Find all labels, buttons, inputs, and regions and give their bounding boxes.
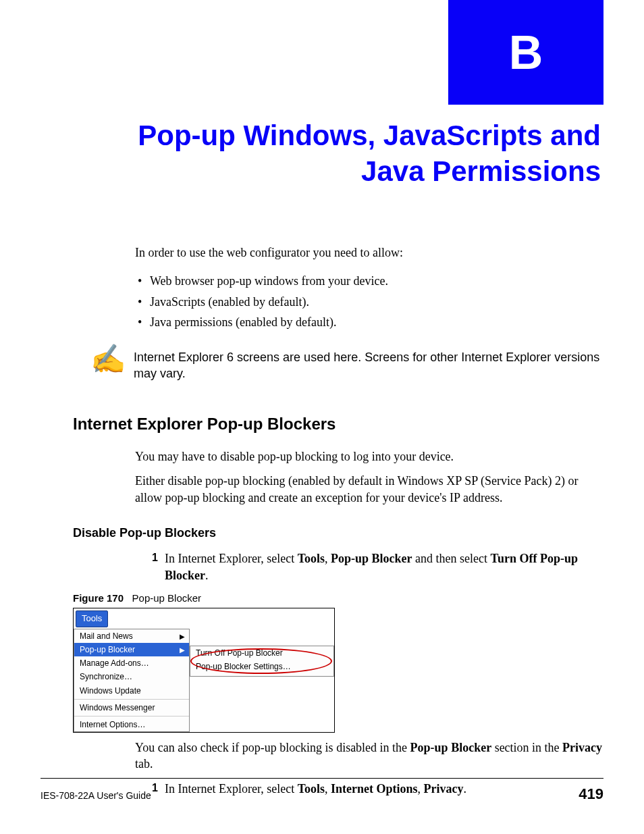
text-fragment: tab. — [135, 757, 153, 771]
figure-caption: Figure 170 Pop-up Blocker — [73, 592, 603, 605]
bold-text: Privacy — [562, 741, 602, 754]
submenu-arrow-icon: ▶ — [180, 646, 185, 655]
intro-paragraph: In order to use the web configurator you… — [135, 244, 603, 261]
menu-item-popup-blocker[interactable]: Pop-up Blocker▶ — [74, 643, 189, 656]
note-text: Internet Explorer 6 screens are used her… — [134, 349, 603, 382]
step-text-fragment: In Internet Explorer, select — [165, 552, 298, 565]
tools-dropdown-menu: Mail and News▶ Pop-up Blocker▶ Manage Ad… — [74, 629, 190, 732]
section-paragraph: Either disable pop-up blocking (enabled … — [135, 473, 603, 506]
bold-text: Pop-up Blocker — [331, 552, 412, 565]
section-heading: Internet Explorer Pop-up Blockers — [73, 413, 603, 435]
page-footer: IES-708-22A User's Guide 419 — [41, 778, 603, 803]
menu-item-label: Pop-up Blocker — [80, 645, 135, 654]
submenu-arrow-icon: ▶ — [180, 632, 185, 642]
step-text-fragment: , — [325, 552, 331, 565]
figure-label: Figure 170 — [73, 592, 124, 604]
step-number: 1 — [149, 550, 158, 583]
body-content: In order to use the web configurator you… — [135, 244, 603, 805]
bold-text: Pop-up Blocker — [410, 741, 492, 754]
subsection-heading: Disable Pop-up Blockers — [73, 525, 603, 541]
popup-blocker-submenu: Turn Off Pop-up Blocker Pop-up Blocker S… — [190, 646, 334, 677]
page-title: Pop-up Windows, JavaScripts and Java Per… — [68, 118, 601, 189]
bullet-item: Java permissions (enabled by default). — [150, 314, 603, 330]
page-number: 419 — [579, 785, 603, 803]
text-fragment: section in the — [491, 741, 562, 754]
figure-title: Pop-up Blocker — [132, 592, 202, 604]
note-icon: ✍ — [90, 349, 124, 369]
tools-menu-button[interactable]: Tools — [76, 610, 108, 627]
step-row: 1 In Internet Explorer, select Tools, Po… — [149, 550, 603, 583]
menu-item-mail-news[interactable]: Mail and News▶ — [74, 629, 189, 643]
submenu-item-turn-off[interactable]: Turn Off Pop-up Blocker — [190, 646, 333, 660]
note-block: ✍ Internet Explorer 6 screens are used h… — [90, 349, 603, 382]
footer-doc-title: IES-708-22A User's Guide — [41, 790, 151, 801]
submenu-item-settings[interactable]: Pop-up Blocker Settings… — [190, 660, 333, 673]
step-text-fragment: . — [205, 569, 209, 582]
chapter-letter: B — [509, 26, 543, 80]
section-paragraph: You may have to disable pop-up blocking … — [135, 448, 603, 465]
bullet-list: Web browser pop-up windows from your dev… — [135, 273, 603, 330]
menu-item-internet-options[interactable]: Internet Options… — [74, 718, 189, 731]
chapter-tab: B — [448, 0, 603, 105]
bullet-item: Web browser pop-up windows from your dev… — [150, 273, 603, 289]
menu-separator — [74, 716, 189, 716]
after-figure-paragraph: You can also check if pop-up blocking is… — [135, 739, 603, 773]
bullet-item: JavaScripts (enabled by default). — [150, 294, 603, 310]
menu-item-label: Mail and News — [80, 631, 133, 641]
menu-separator — [74, 699, 189, 700]
menu-item-synchronize[interactable]: Synchronize… — [74, 670, 189, 683]
step-text: In Internet Explorer, select Tools, Pop-… — [165, 550, 603, 583]
menu-item-manage-addons[interactable]: Manage Add-ons… — [74, 656, 189, 670]
menu-item-windows-update[interactable]: Windows Update — [74, 684, 189, 698]
bold-text: Tools — [298, 552, 325, 565]
figure-screenshot: Tools Mail and News▶ Pop-up Blocker▶ Man… — [73, 608, 335, 733]
text-fragment: You can also check if pop-up blocking is… — [135, 741, 410, 754]
menu-item-windows-messenger[interactable]: Windows Messenger — [74, 701, 189, 714]
step-text-fragment: and then select — [412, 552, 491, 565]
